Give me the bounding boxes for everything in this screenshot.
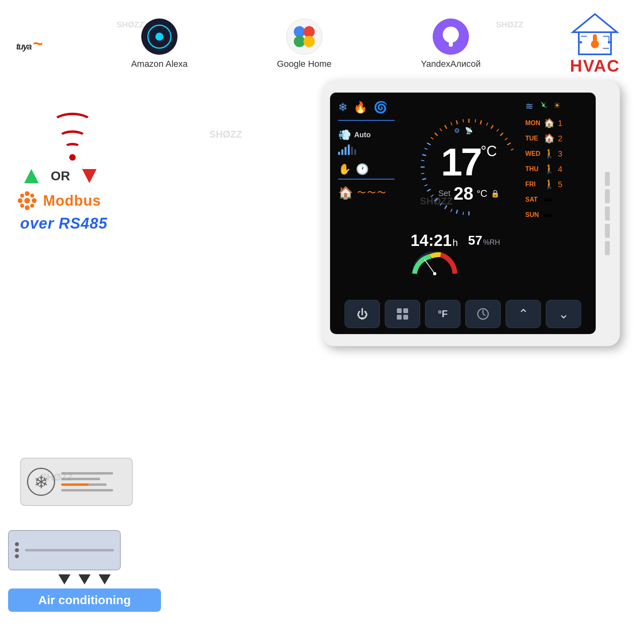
separator-line-2 — [338, 179, 394, 180]
ac-dot-1 — [15, 542, 19, 546]
svg-point-19 — [18, 198, 23, 203]
yandex-icon — [433, 19, 469, 55]
snowflake-icon: ❄ — [338, 101, 347, 114]
schedule-row-fri: FRI 🚶 5 — [525, 179, 588, 190]
wifi-arc-medium — [58, 130, 87, 144]
day-mon: MON — [525, 120, 541, 127]
vent-5 — [605, 241, 610, 255]
day-fri: FRI — [525, 181, 541, 188]
hvac-container: HVAC — [570, 12, 620, 76]
grid-icon — [396, 308, 409, 320]
svg-point-20 — [32, 198, 37, 203]
temp-dial: ⚙ 📡 17 °C Set 28 °C — [407, 105, 531, 229]
day-sun: SUN — [525, 211, 541, 219]
schedule-list: MON 🏠 1 TUE 🏠 2 WED 🚶 3 — [525, 118, 588, 220]
svg-rect-36 — [403, 308, 408, 313]
arrow-up-icon — [24, 169, 39, 183]
wind-icon: ≋ — [525, 101, 533, 112]
time-suffix: h — [452, 237, 458, 248]
hvac-house-icon — [571, 12, 619, 56]
modbus-logo: Modbus — [16, 190, 129, 212]
svg-point-15 — [580, 41, 582, 43]
time-humidity-row: 14:21 h 57 %RH — [407, 231, 531, 250]
svg-point-24 — [20, 204, 24, 208]
current-temp-value: 17 — [441, 143, 481, 182]
ac-bottom-left — [15, 542, 19, 558]
power-button[interactable]: ⏻ — [345, 300, 380, 328]
home-icon: 🏠 — [338, 186, 353, 200]
schedule-icon — [477, 308, 489, 320]
current-temp-unit: °C — [481, 143, 497, 160]
svg-rect-9 — [593, 34, 597, 46]
up-button[interactable]: ⌃ — [506, 300, 541, 328]
left-section: OR Modbus over RS485 — [16, 113, 129, 232]
ac-line-2 — [61, 478, 100, 480]
set-label: Set — [438, 189, 450, 198]
bar-6 — [354, 149, 356, 155]
celsius-fahrenheit-button[interactable]: °F — [425, 300, 460, 328]
thermostat-screen: ❄ 🔥 🌀 💨 Auto — [330, 93, 596, 334]
bar-5 — [351, 147, 353, 155]
time-value: 14:21 — [411, 231, 452, 250]
schedule-button[interactable] — [465, 300, 501, 328]
windmill-icon — [537, 101, 549, 111]
fan-icon: 💨 — [338, 129, 351, 141]
uv-gauge-container: UV index — [407, 252, 531, 277]
schedule-icon-thu: 🚶 — [544, 164, 555, 174]
fan-mode-icon: 🌀 — [374, 101, 388, 114]
or-arrows: OR — [16, 169, 129, 184]
alexa-label: Amazon Alexa — [131, 59, 188, 69]
vent-1 — [605, 172, 610, 186]
power-icon: ⏻ — [357, 308, 368, 321]
schedule-row-thu: THU 🚶 4 — [525, 164, 588, 174]
schedule-row-sat: SAT 🛏 — [525, 194, 588, 205]
svg-point-1 — [303, 26, 315, 37]
top-logos-bar: tuya ~ Amazon Alexa Google Home — [0, 0, 644, 80]
tuya-logo-container: tuya ~ — [16, 34, 42, 54]
touch-row: ✋ 🕐 — [338, 163, 402, 175]
schedule-row-wed: WED 🚶 3 — [525, 149, 588, 159]
uv-gauge-svg: UV index — [411, 252, 459, 276]
vent-3 — [605, 206, 610, 221]
watermark-center: SHØZZ — [209, 129, 242, 140]
bar-2 — [341, 149, 343, 155]
svg-point-16 — [25, 198, 30, 204]
svg-point-34 — [542, 104, 545, 107]
schedule-icon-fri: 🚶 — [544, 179, 555, 190]
down-arrow-3 — [99, 574, 111, 584]
day-sat: SAT — [525, 196, 541, 203]
top-right-icons: ≋ ☀ — [525, 101, 588, 112]
day-thu: THU — [525, 165, 541, 173]
schedule-icon-sat: 🛏 — [544, 194, 553, 205]
set-temp-unit: °C — [477, 188, 487, 199]
time-display: 14:21 h — [411, 231, 458, 250]
slot-tue: 2 — [558, 134, 562, 143]
mode-button[interactable] — [385, 300, 420, 328]
chevron-down-icon: ⌄ — [558, 306, 569, 322]
bar-3 — [345, 147, 347, 155]
flame-icon: 🔥 — [353, 101, 367, 114]
side-vents — [605, 172, 612, 255]
svg-point-17 — [25, 191, 30, 196]
down-arrows — [8, 574, 161, 584]
hand-touch-icon: ✋ — [338, 163, 351, 175]
chevron-up-icon: ⌃ — [518, 306, 529, 322]
ac-units-illustration: ❄ — [8, 458, 145, 570]
svg-rect-35 — [397, 308, 402, 313]
air-conditioning-badge: Air conditioning — [8, 588, 161, 612]
left-panel: ❄ 🔥 🌀 💨 Auto — [338, 101, 402, 200]
day-tue: TUE — [525, 135, 541, 142]
svg-marker-6 — [573, 14, 617, 32]
wifi-dot — [69, 154, 76, 161]
right-panel: ≋ ☀ MON 🏠 — [525, 101, 588, 225]
humidity-value: 57 — [468, 233, 483, 248]
down-button[interactable]: ⌄ — [546, 300, 581, 328]
screen-inner: ❄ 🔥 🌀 💨 Auto — [330, 93, 596, 334]
thermostat-outer: ❄ 🔥 🌀 💨 Auto — [322, 80, 620, 346]
schedule-row-sun: SUN 🛏 — [525, 210, 588, 220]
center-display: ⚙ 📡 17 °C Set 28 °C — [407, 105, 531, 298]
down-arrow-1 — [58, 574, 70, 584]
day-wed: WED — [525, 150, 541, 157]
rs485-container: over RS485 — [16, 215, 129, 232]
svg-point-3 — [303, 36, 315, 47]
